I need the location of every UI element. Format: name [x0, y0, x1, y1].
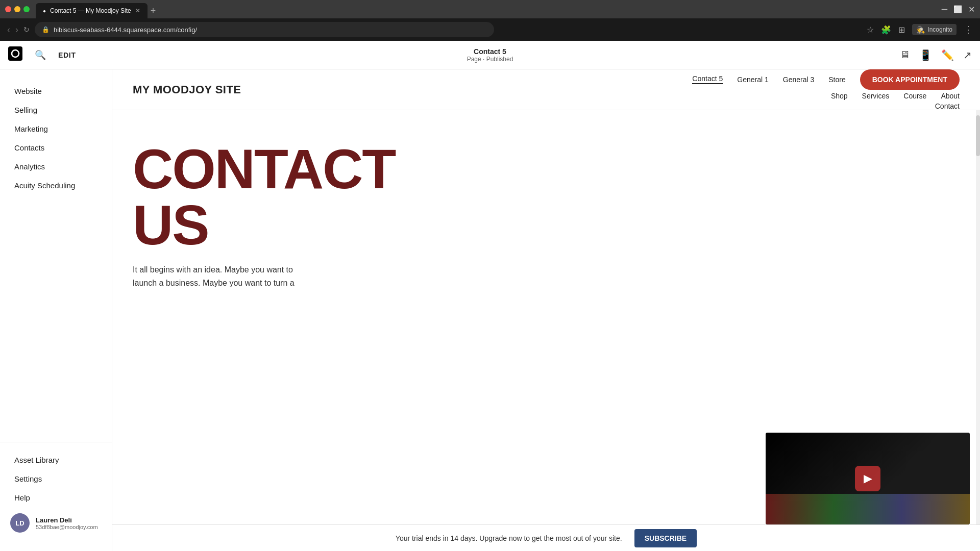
video-overlay[interactable]: ▶: [766, 433, 970, 524]
sidebar-item-marketing[interactable]: Marketing: [0, 119, 112, 138]
tab-favicon: ●: [43, 8, 46, 14]
sidebar-item-asset-library[interactable]: Asset Library: [0, 450, 112, 469]
expand-icon[interactable]: ↗: [963, 49, 972, 61]
ss-logo[interactable]: [8, 46, 22, 64]
sidebar-item-acuity[interactable]: Acuity Scheduling: [0, 176, 112, 195]
refresh-button[interactable]: ↻: [23, 26, 30, 34]
mobile-view-icon[interactable]: 📱: [919, 49, 932, 61]
desktop-view-icon[interactable]: 🖥: [900, 49, 910, 61]
bookmark-icon[interactable]: ☆: [867, 25, 874, 35]
avatar: LD: [10, 513, 30, 533]
maximize-button[interactable]: ⬜: [953, 5, 962, 13]
trial-message: Your trial ends in 14 days. Upgrade now …: [396, 534, 622, 542]
nav-contact[interactable]: Contact: [935, 102, 960, 110]
sidebar-toggle-icon[interactable]: ⊞: [898, 25, 905, 35]
nav-store[interactable]: Store: [828, 76, 845, 84]
tab-close-icon[interactable]: ✕: [135, 7, 140, 14]
hero-title: CONTACT US: [133, 141, 960, 253]
nav-shop[interactable]: Shop: [831, 92, 848, 100]
forward-button[interactable]: ›: [15, 24, 18, 35]
sidebar-item-help[interactable]: Help: [0, 488, 112, 507]
back-button[interactable]: ‹: [7, 24, 10, 35]
search-icon[interactable]: 🔍: [35, 49, 46, 61]
user-email: 53df8bae@moodjoy.com: [36, 524, 98, 530]
nav-general3[interactable]: General 3: [783, 76, 814, 84]
hero-body: It all begins with an idea. Maybe you wa…: [133, 263, 378, 289]
incognito-button[interactable]: 🕵 Incognito: [912, 24, 957, 35]
scrollbar[interactable]: [976, 110, 980, 524]
nav-course[interactable]: Course: [903, 92, 926, 100]
trial-bar: Your trial ends in 14 days. Upgrade now …: [112, 524, 980, 551]
tab-title: Contact 5 — My Moodjoy Site: [50, 7, 131, 14]
sidebar-item-contacts[interactable]: Contacts: [0, 138, 112, 157]
sidebar-item-website[interactable]: Website: [0, 82, 112, 101]
page-title: Contact 5: [467, 47, 513, 56]
page-status: Page · Published: [467, 56, 513, 63]
lock-icon: 🔒: [42, 26, 50, 33]
svg-rect-0: [8, 46, 22, 61]
nav-contact5[interactable]: Contact 5: [692, 74, 723, 84]
user-name: Lauren Deli: [36, 516, 98, 524]
sidebar: Website Selling Marketing Contacts Analy…: [0, 41, 112, 551]
subscribe-button[interactable]: SUBSCRIBE: [634, 529, 697, 547]
minimize-button[interactable]: ─: [942, 5, 947, 14]
sidebar-item-settings[interactable]: Settings: [0, 469, 112, 488]
url-text: hibiscus-seabass-6444.squarespace.com/co…: [54, 26, 197, 34]
incognito-label: Incognito: [927, 26, 952, 33]
site-navigation: MY MOODJOY SITE Contact 5 General 1 Gene…: [112, 69, 980, 110]
incognito-icon: 🕵: [916, 26, 925, 34]
nav-about[interactable]: About: [941, 92, 960, 100]
browser-tab[interactable]: ● Contact 5 — My Moodjoy Site ✕: [36, 3, 148, 18]
pencil-icon[interactable]: ✏️: [941, 49, 954, 61]
user-profile[interactable]: LD Lauren Deli 53df8bae@moodjoy.com: [0, 507, 112, 539]
extensions-icon[interactable]: 🧩: [881, 25, 891, 35]
site-logo: MY MOODJOY SITE: [133, 83, 241, 96]
address-bar[interactable]: 🔒 hibiscus-seabass-6444.squarespace.com/…: [35, 22, 494, 37]
menu-icon[interactable]: ⋮: [964, 24, 973, 35]
video-play-icon[interactable]: ▶: [855, 466, 880, 491]
sidebar-item-analytics[interactable]: Analytics: [0, 157, 112, 176]
sidebar-item-selling[interactable]: Selling: [0, 101, 112, 119]
nav-services[interactable]: Services: [862, 92, 890, 100]
book-appointment-button[interactable]: BOOK APPOINTMENT: [860, 69, 960, 90]
edit-button[interactable]: EDIT: [58, 51, 76, 59]
new-tab-button[interactable]: +: [151, 6, 156, 18]
close-button[interactable]: ✕: [968, 5, 975, 14]
nav-general1[interactable]: General 1: [737, 76, 768, 84]
